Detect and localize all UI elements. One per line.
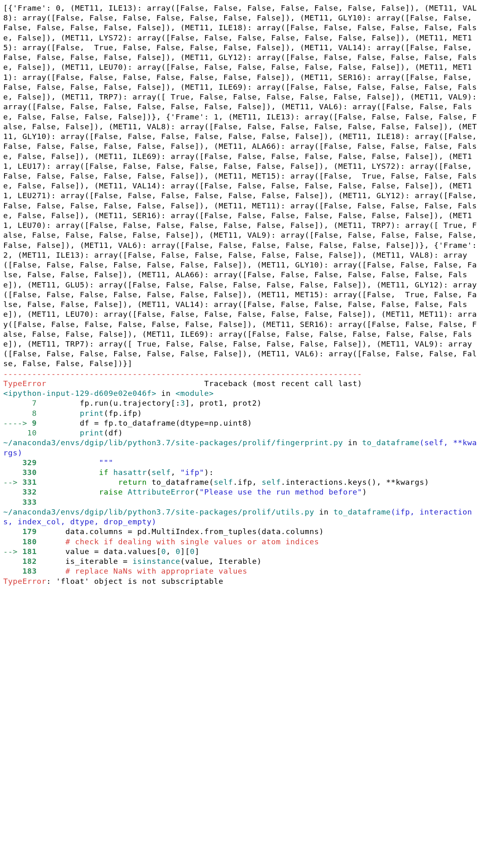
code-token bbox=[42, 567, 66, 575]
code-token: ** bbox=[386, 478, 395, 486]
traceback-code-line: ----> 9 df = fp.to_dataframe(dtype=np.ui… bbox=[3, 418, 478, 428]
code-token: , bbox=[252, 478, 257, 486]
code-token: values bbox=[128, 547, 156, 556]
traceback-code-line: 180 # check if dealing with single value… bbox=[3, 537, 478, 547]
code-token: . bbox=[118, 409, 123, 417]
code-token bbox=[381, 478, 386, 486]
code-token: . bbox=[147, 527, 152, 536]
line-number: 331 bbox=[22, 478, 42, 486]
line-arrow bbox=[3, 428, 27, 437]
line-number: 182 bbox=[22, 557, 42, 565]
error-message: 'float' object is not subscriptable bbox=[56, 577, 223, 585]
error-colon: : bbox=[46, 577, 56, 585]
line-arrow bbox=[3, 409, 32, 417]
traceback-code-line: --> 181 value = data.values[0, 0][0] bbox=[3, 547, 478, 557]
code-token: to_dataframe bbox=[147, 478, 209, 486]
code-token: # check if dealing with single values or… bbox=[66, 537, 319, 546]
traceback-code-line: 329 """ bbox=[3, 458, 478, 468]
line-arrow: --> bbox=[3, 547, 22, 556]
code-token: 0 bbox=[190, 547, 195, 556]
code-token: if bbox=[99, 468, 108, 477]
line-arrow bbox=[3, 458, 22, 467]
code-token: return bbox=[118, 478, 147, 486]
code-token: ifp bbox=[123, 409, 137, 417]
traceback-code-line: 333 bbox=[3, 497, 478, 507]
code-token bbox=[42, 409, 80, 417]
line-arrow bbox=[3, 527, 22, 536]
frame-func: <module> bbox=[176, 389, 214, 398]
code-token: pd bbox=[132, 527, 147, 536]
line-number: 330 bbox=[22, 468, 42, 477]
line-number: 332 bbox=[22, 488, 42, 496]
frame-in: in bbox=[343, 438, 362, 447]
code-token: ) bbox=[257, 557, 262, 565]
traceback-final: TypeError: 'float' object is not subscri… bbox=[3, 576, 478, 586]
code-token: ( bbox=[104, 409, 109, 417]
code-token: self bbox=[214, 478, 233, 486]
code-token: . bbox=[89, 399, 94, 407]
code-token: ] bbox=[195, 547, 200, 556]
code-token: ][ bbox=[180, 547, 190, 556]
code-token: "ifp" bbox=[180, 468, 204, 477]
code-token: = bbox=[204, 419, 209, 427]
code-token: columns bbox=[286, 527, 319, 536]
code-token bbox=[128, 557, 132, 565]
code-token: """ bbox=[99, 458, 113, 467]
code-token: = bbox=[123, 557, 128, 565]
stdout-output: [{'Frame': 0, (MET11, ILE13): array([Fal… bbox=[3, 3, 478, 369]
code-token: ) bbox=[319, 527, 324, 536]
traceback-frame-location: ~/anaconda3/envs/dgip/lib/python3.7/site… bbox=[3, 438, 478, 457]
traceback-code-line: 332 raise AttributeError("Please use the… bbox=[3, 487, 478, 497]
code-token bbox=[108, 468, 113, 477]
line-number: 180 bbox=[22, 537, 42, 546]
line-arrow bbox=[3, 567, 22, 575]
line-arrow: ----> bbox=[3, 419, 32, 427]
code-token: ], bbox=[185, 399, 194, 407]
code-token: to_dataframe bbox=[118, 419, 176, 427]
code-token bbox=[123, 488, 128, 496]
code-token: AttributeError bbox=[128, 488, 194, 496]
traceback-frame-location: <ipython-input-129-d609e02e046f> in <mod… bbox=[3, 389, 478, 398]
error-type-header: TypeError bbox=[3, 379, 46, 388]
line-number: 329 bbox=[22, 458, 42, 467]
line-arrow bbox=[3, 399, 32, 407]
traceback-code-line: 7 fp.run(u.trajectory[:3], prot1, prot2) bbox=[3, 398, 478, 408]
code-token: data bbox=[42, 527, 85, 536]
code-token: from_tuples bbox=[204, 527, 257, 536]
code-token bbox=[42, 488, 99, 496]
code-token: df bbox=[42, 419, 94, 427]
code-token: 3 bbox=[180, 399, 185, 407]
traceback-code-line: 183 # replace NaNs with appropriate valu… bbox=[3, 566, 478, 576]
code-token: . bbox=[113, 419, 118, 427]
code-token: run bbox=[94, 399, 108, 407]
frame-in: in bbox=[314, 508, 333, 516]
traceback-code-line: 182 is_iterable = isinstance(value, Iter… bbox=[3, 557, 478, 566]
code-token: ) bbox=[247, 419, 252, 427]
code-token: isinstance bbox=[132, 557, 180, 565]
code-token: , bbox=[209, 557, 214, 565]
code-token: ): bbox=[204, 468, 214, 477]
code-token: = bbox=[94, 419, 99, 427]
code-token: self bbox=[152, 468, 171, 477]
traceback-block: ----------------------------------------… bbox=[3, 369, 478, 586]
code-token: [ bbox=[157, 547, 161, 556]
code-token: "Please use the run method before" bbox=[199, 488, 362, 496]
frame-file: ~/anaconda3/envs/dgip/lib/python3.7/site… bbox=[3, 438, 343, 447]
line-arrow bbox=[3, 498, 22, 506]
traceback-code-line: --> 331 return to_dataframe(self.ifp, se… bbox=[3, 477, 478, 487]
code-token: = bbox=[128, 527, 132, 536]
code-token: is_iterable bbox=[42, 557, 123, 565]
code-token bbox=[42, 478, 118, 486]
traceback-code-line: 8 print(fp.ifp) bbox=[3, 409, 478, 418]
code-token: , bbox=[166, 547, 171, 556]
line-number: 183 bbox=[22, 567, 42, 575]
code-token: ) bbox=[424, 478, 429, 486]
code-token: . bbox=[281, 527, 286, 536]
code-token: ) bbox=[118, 428, 123, 437]
line-arrow: --> bbox=[3, 478, 22, 486]
code-token: , bbox=[171, 468, 176, 477]
line-arrow bbox=[3, 488, 22, 496]
error-type-final: TypeError bbox=[3, 577, 46, 585]
traceback-code-line: 330 if hasattr(self, "ifp"): bbox=[3, 468, 478, 477]
code-token bbox=[42, 537, 66, 546]
